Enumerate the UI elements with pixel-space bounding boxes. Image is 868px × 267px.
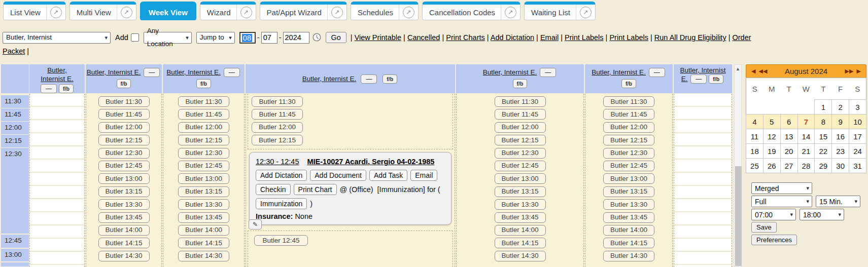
cal-day-cell[interactable]: 4: [746, 115, 763, 129]
slot-button-butler-12-30[interactable]: Butler 12:30: [98, 148, 150, 159]
provider-link[interactable]: E.: [681, 75, 688, 83]
fb-button[interactable]: f/b: [621, 79, 636, 88]
slot-button-butler-11-30[interactable]: Butler 11:30: [252, 96, 303, 107]
slot-button-butler-11-30[interactable]: Butler 11:30: [603, 96, 654, 107]
provider-link[interactable]: Butler, Internist E.: [302, 75, 357, 83]
cal-day-cell[interactable]: 28: [797, 159, 815, 173]
cal-day-cell[interactable]: 21: [797, 144, 815, 159]
slot-button-butler-14-15[interactable]: Butler 14:15: [178, 238, 229, 248]
link-print-labels[interactable]: Print Labels: [609, 33, 648, 42]
slot-button-butler-13-15[interactable]: Butler 13:15: [98, 186, 150, 197]
link-run-all-drug-eligibility[interactable]: Run All Drug Eligibility: [654, 33, 726, 42]
slot-button-butler-12-45[interactable]: Butler 12:45: [254, 235, 308, 246]
link-print-labels[interactable]: Print Labels: [565, 33, 604, 42]
slot-button-butler-13-00[interactable]: Butler 13:00: [98, 173, 150, 184]
scroll-up-icon[interactable]: ▲: [735, 66, 741, 71]
slot-button-butler-12-30[interactable]: Butler 12:30: [178, 148, 229, 159]
start-time-select[interactable]: 07:00▾: [751, 209, 796, 220]
tab-list-view[interactable]: List View↗: [3, 2, 66, 20]
slot-button-butler-13-45[interactable]: Butler 13:45: [178, 212, 229, 223]
link-add-dictation[interactable]: Add Dictation: [491, 33, 534, 42]
slot-button-butler-14-00[interactable]: Butler 14:00: [603, 225, 654, 236]
slot-button-butler-12-00[interactable]: Butler 12:00: [603, 122, 654, 133]
print-chart-button[interactable]: Print Chart: [294, 184, 337, 195]
clock-icon[interactable]: [313, 33, 321, 42]
cal-day-cell[interactable]: 5: [763, 115, 780, 129]
open-in-new-icon[interactable]: ↗: [505, 7, 516, 18]
patient-link[interactable]: MIE-10027 Acardi, Sergio 04-02-1985: [307, 158, 434, 166]
slot-button-butler-13-15[interactable]: Butler 13:15: [495, 186, 546, 197]
add-checkbox[interactable]: [131, 33, 139, 42]
slot-button-butler-13-00[interactable]: Butler 13:00: [178, 173, 229, 184]
cal-day-cell[interactable]: 26: [763, 159, 780, 173]
provider-link[interactable]: Butler, Internist E.: [483, 68, 537, 76]
date-day-input[interactable]: 07: [261, 32, 277, 44]
slot-button-butler-12-00[interactable]: Butler 12:00: [98, 122, 150, 133]
email-button[interactable]: Email: [410, 170, 437, 181]
slot-button-butler-12-30[interactable]: Butler 12:30: [495, 148, 546, 159]
fb-button[interactable]: f/b: [59, 84, 74, 93]
slot-button-butler-12-15[interactable]: Butler 12:15: [252, 135, 303, 145]
interval-select[interactable]: 15 Min.▾: [816, 196, 860, 207]
save-button[interactable]: Save: [751, 222, 777, 233]
slot-button-butler-12-00[interactable]: Butler 12:00: [178, 122, 229, 133]
cal-day-cell[interactable]: 7: [797, 115, 815, 129]
open-in-new-icon[interactable]: ↗: [580, 7, 592, 18]
slot-button-butler-12-45[interactable]: Butler 12:45: [178, 161, 229, 171]
tab-waiting-list[interactable]: Waiting List↗: [524, 2, 596, 20]
cal-day-cell[interactable]: 11: [746, 129, 763, 144]
cal-next-icon[interactable]: ▶: [857, 68, 861, 74]
open-in-new-icon[interactable]: ↗: [121, 7, 132, 18]
cal-prev-icon[interactable]: ◀: [751, 68, 755, 74]
add-document-button[interactable]: Add Document: [310, 170, 366, 181]
slot-button-butler-13-00[interactable]: Butler 13:00: [603, 173, 654, 184]
slot-button-butler-13-15[interactable]: Butler 13:15: [603, 186, 654, 197]
slot-button-butler-14-30[interactable]: Butler 14:30: [495, 251, 546, 261]
provider-link[interactable]: Butler, Internist E.: [87, 68, 141, 76]
preferences-button[interactable]: Preferences: [751, 235, 797, 245]
cal-day-cell[interactable]: 17: [849, 129, 866, 144]
cal-day-cell[interactable]: 24: [849, 144, 866, 159]
cal-day-cell[interactable]: 16: [832, 129, 849, 144]
slot-button-butler-13-30[interactable]: Butler 13:30: [495, 199, 546, 210]
slot-button-butler-11-30[interactable]: Butler 11:30: [178, 96, 229, 107]
collapse-column-button[interactable]: —: [540, 68, 556, 77]
slot-button-butler-14-30[interactable]: Butler 14:30: [603, 251, 654, 261]
slot-button-butler-12-15[interactable]: Butler 12:15: [603, 135, 654, 145]
tab-week-view[interactable]: Week View: [140, 2, 196, 20]
add-dictation-button[interactable]: Add Dictation: [256, 170, 307, 181]
fb-button[interactable]: f/b: [196, 79, 211, 88]
cal-day-cell[interactable]: 2: [832, 100, 849, 115]
appointment-time-link[interactable]: 12:30 - 12:45: [256, 158, 299, 166]
provider-select[interactable]: Butler, Internist ▾: [3, 32, 111, 44]
slot-button-butler-12-15[interactable]: Butler 12:15: [178, 135, 229, 145]
cal-day-cell[interactable]: 22: [815, 144, 832, 159]
link-print-charts[interactable]: Print Charts: [446, 33, 485, 42]
cal-day-cell[interactable]: 31: [849, 159, 866, 173]
slot-button-butler-12-15[interactable]: Butler 12:15: [495, 135, 546, 145]
slot-button-butler-14-30[interactable]: Butler 14:30: [178, 251, 229, 261]
slot-button-butler-13-00[interactable]: Butler 13:00: [495, 173, 546, 184]
cal-day-cell[interactable]: 29: [815, 159, 832, 173]
collapse-column-button[interactable]: —: [649, 68, 665, 77]
cal-day-cell[interactable]: 1: [815, 100, 832, 115]
link-email[interactable]: Email: [540, 33, 559, 42]
cal-day-cell[interactable]: 18: [746, 144, 763, 159]
tab-wizard[interactable]: Wizard↗: [200, 2, 256, 20]
open-in-new-icon[interactable]: ↗: [50, 7, 62, 18]
slot-button-butler-12-45[interactable]: Butler 12:45: [603, 161, 654, 171]
slot-button-butler-12-00[interactable]: Butler 12:00: [495, 122, 546, 133]
slot-button-butler-14-00[interactable]: Butler 14:00: [495, 225, 546, 236]
date-month-input[interactable]: 08: [239, 32, 256, 44]
fb-button[interactable]: f/b: [117, 79, 131, 88]
collapse-column-button[interactable]: —: [361, 74, 377, 84]
fb-button[interactable]: f/b: [709, 74, 723, 84]
checkin-button[interactable]: Checkin: [256, 184, 291, 195]
collapse-column-button[interactable]: —: [41, 84, 57, 93]
cal-day-cell[interactable]: 27: [780, 159, 797, 173]
tab-cancellation-codes[interactable]: Cancellation Codes↗: [422, 2, 520, 20]
end-time-select[interactable]: 18:00▾: [800, 209, 844, 220]
provider-link[interactable]: Butler, Internist: [680, 66, 725, 74]
provider-link[interactable]: Butler, Internist E.: [592, 68, 646, 76]
slot-button-butler-12-00[interactable]: Butler 12:00: [252, 122, 303, 133]
